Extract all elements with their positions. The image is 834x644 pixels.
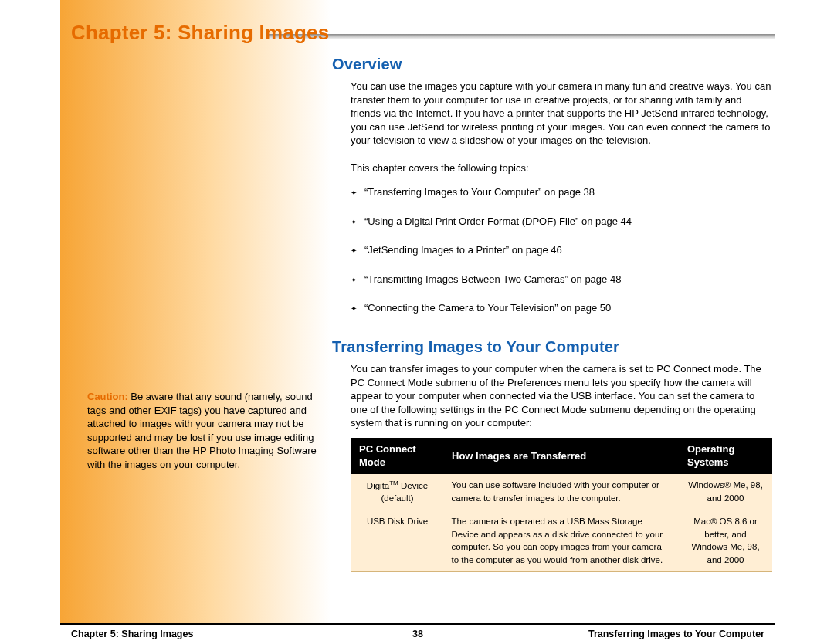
page-footer: Chapter 5: Sharing Images 38 Transferrin…: [60, 623, 775, 644]
transfer-body: You can transfer images to your computer…: [351, 362, 772, 430]
topic-item: “Transmitting Images Between Two Cameras…: [351, 273, 772, 286]
caution-label: Caution:: [87, 391, 128, 402]
cell-mode: DigitaTM Device (default): [351, 473, 444, 510]
table-row: USB Disk Drive The camera is operated as…: [351, 510, 772, 572]
cell-mode: USB Disk Drive: [351, 510, 444, 572]
th-mode: PC Connect Mode: [351, 438, 444, 473]
table-row: DigitaTM Device (default) You can use so…: [351, 473, 772, 510]
footer-right: Transferring Images to Your Computer: [588, 628, 764, 641]
topic-item: “Connecting the Camera to Your Televisio…: [351, 301, 772, 315]
cell-os: Mac® OS 8.6 or better, and Windows Me, 9…: [680, 510, 772, 572]
th-os: Operating Systems: [680, 438, 772, 473]
title-divider: [266, 34, 775, 39]
caution-text: Be aware that any sound (namely, sound t…: [87, 391, 317, 470]
topic-item: “Using a Digital Print Order Format (DPO…: [351, 215, 772, 229]
cell-os: Windows® Me, 98, and 2000: [680, 473, 772, 510]
th-desc: How Images are Transferred: [444, 438, 680, 473]
footer-left: Chapter 5: Sharing Images: [71, 628, 193, 641]
chapter-title: Chapter 5: Sharing Images: [71, 19, 329, 46]
sidebar-gradient: [60, 0, 331, 639]
cell-desc: The camera is operated as a USB Mass Sto…: [444, 510, 680, 572]
transfer-heading: Transferring Images to Your Computer: [332, 337, 772, 358]
overview-body: You can use the images you capture with …: [351, 80, 772, 147]
overview-heading: Overview: [332, 54, 772, 75]
topics-list: “Transferring Images to Your Computer” o…: [351, 185, 772, 315]
topic-item: “JetSending Images to a Printer” on page…: [351, 243, 772, 257]
topics-intro: This chapter covers the following topics…: [351, 161, 772, 175]
main-content: Overview You can use the images you capt…: [332, 54, 772, 572]
caution-note: Caution: Be aware that any sound (namely…: [87, 390, 319, 471]
pc-connect-table: PC Connect Mode How Images are Transferr…: [351, 438, 772, 572]
topic-item: “Transferring Images to Your Computer” o…: [351, 185, 772, 199]
footer-page-number: 38: [412, 628, 423, 641]
cell-desc: You can use software included with your …: [444, 473, 680, 510]
